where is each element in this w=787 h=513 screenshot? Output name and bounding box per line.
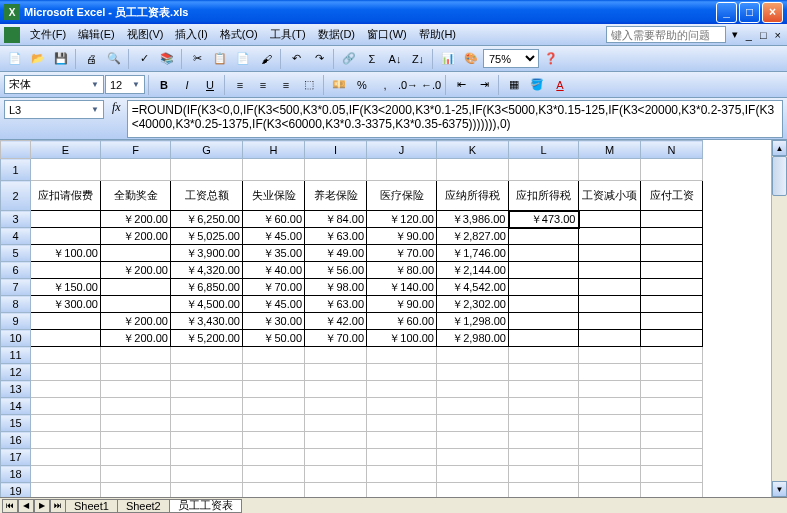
- col-header-G[interactable]: G: [171, 141, 243, 159]
- cell[interactable]: ￥45.00: [243, 296, 305, 313]
- cell[interactable]: [31, 483, 101, 498]
- cell[interactable]: [101, 364, 171, 381]
- save-icon[interactable]: 💾: [50, 48, 72, 70]
- row-header-5[interactable]: 5: [1, 245, 31, 262]
- paste-icon[interactable]: 📄: [232, 48, 254, 70]
- table-header-cell[interactable]: 应纳所得税: [437, 181, 509, 211]
- app-menu-icon[interactable]: [4, 27, 20, 43]
- doc-restore[interactable]: _: [744, 29, 754, 41]
- cell[interactable]: [101, 245, 171, 262]
- scroll-down-icon[interactable]: ▼: [772, 481, 787, 497]
- cell[interactable]: [509, 330, 579, 347]
- cell[interactable]: [437, 415, 509, 432]
- fx-icon[interactable]: fx: [112, 100, 121, 115]
- col-header-K[interactable]: K: [437, 141, 509, 159]
- cell[interactable]: ￥50.00: [243, 330, 305, 347]
- row-header-3[interactable]: 3: [1, 211, 31, 228]
- currency-icon[interactable]: 💴: [328, 74, 350, 96]
- cell[interactable]: [171, 398, 243, 415]
- cell[interactable]: [641, 313, 703, 330]
- cell[interactable]: [509, 381, 579, 398]
- doc-close[interactable]: ×: [773, 29, 783, 41]
- cell[interactable]: [641, 415, 703, 432]
- cell[interactable]: [243, 159, 305, 181]
- cell[interactable]: [579, 279, 641, 296]
- cell[interactable]: ￥42.00: [305, 313, 367, 330]
- col-header-F[interactable]: F: [101, 141, 171, 159]
- cell[interactable]: [171, 364, 243, 381]
- sheet-tab-active[interactable]: 员工工资表: [169, 499, 242, 513]
- cell[interactable]: [171, 381, 243, 398]
- cell[interactable]: [579, 296, 641, 313]
- cell[interactable]: [579, 381, 641, 398]
- cell[interactable]: ￥3,986.00: [437, 211, 509, 228]
- cell[interactable]: [243, 449, 305, 466]
- cell[interactable]: [305, 347, 367, 364]
- research-icon[interactable]: 📚: [156, 48, 178, 70]
- inc-indent-icon[interactable]: ⇥: [473, 74, 495, 96]
- cell[interactable]: [641, 381, 703, 398]
- cell[interactable]: ￥60.00: [243, 211, 305, 228]
- autosum-icon[interactable]: Σ: [361, 48, 383, 70]
- align-left-icon[interactable]: ≡: [229, 74, 251, 96]
- row-header-14[interactable]: 14: [1, 398, 31, 415]
- cell[interactable]: [579, 466, 641, 483]
- menu-insert[interactable]: 插入(I): [169, 25, 213, 44]
- row-header-13[interactable]: 13: [1, 381, 31, 398]
- cell[interactable]: [31, 228, 101, 245]
- open-icon[interactable]: 📂: [27, 48, 49, 70]
- cell[interactable]: [437, 449, 509, 466]
- bold-icon[interactable]: B: [153, 74, 175, 96]
- cell[interactable]: [31, 398, 101, 415]
- menu-tools[interactable]: 工具(T): [264, 25, 312, 44]
- col-header-E[interactable]: E: [31, 141, 101, 159]
- sort-asc-icon[interactable]: A↓: [384, 48, 406, 70]
- name-box[interactable]: L3▼: [4, 100, 104, 119]
- cell[interactable]: [437, 432, 509, 449]
- cell[interactable]: [641, 279, 703, 296]
- col-header-M[interactable]: M: [579, 141, 641, 159]
- cell[interactable]: [509, 245, 579, 262]
- undo-icon[interactable]: ↶: [285, 48, 307, 70]
- cell[interactable]: ￥4,500.00: [171, 296, 243, 313]
- cell[interactable]: [579, 449, 641, 466]
- zoom-combo[interactable]: 75%: [483, 49, 539, 68]
- cell[interactable]: [101, 398, 171, 415]
- cell[interactable]: ￥2,980.00: [437, 330, 509, 347]
- cell[interactable]: [101, 466, 171, 483]
- cell[interactable]: [305, 398, 367, 415]
- inc-decimal-icon[interactable]: .0→: [397, 74, 419, 96]
- cell[interactable]: [171, 159, 243, 181]
- cell[interactable]: [509, 398, 579, 415]
- maximize-button[interactable]: □: [739, 2, 760, 23]
- dec-decimal-icon[interactable]: ←.0: [420, 74, 442, 96]
- cell[interactable]: ￥90.00: [367, 296, 437, 313]
- table-header-cell[interactable]: 失业保险: [243, 181, 305, 211]
- table-header-cell[interactable]: 工资减小项: [579, 181, 641, 211]
- cell[interactable]: [305, 483, 367, 498]
- row-header-16[interactable]: 16: [1, 432, 31, 449]
- cell[interactable]: ￥200.00: [101, 313, 171, 330]
- row-header-10[interactable]: 10: [1, 330, 31, 347]
- comma-icon[interactable]: ,: [374, 74, 396, 96]
- cell[interactable]: ￥3,430.00: [171, 313, 243, 330]
- cell[interactable]: [579, 432, 641, 449]
- cell[interactable]: [509, 449, 579, 466]
- cell[interactable]: [367, 483, 437, 498]
- cell[interactable]: ￥2,827.00: [437, 228, 509, 245]
- scroll-thumb[interactable]: [772, 156, 787, 196]
- cell[interactable]: [31, 330, 101, 347]
- cell[interactable]: [437, 364, 509, 381]
- cell[interactable]: [579, 347, 641, 364]
- cell[interactable]: [101, 432, 171, 449]
- row-header-15[interactable]: 15: [1, 415, 31, 432]
- cell[interactable]: ￥4,542.00: [437, 279, 509, 296]
- cell[interactable]: [31, 347, 101, 364]
- chart-icon[interactable]: 📊: [437, 48, 459, 70]
- cell[interactable]: [31, 364, 101, 381]
- cell[interactable]: [305, 415, 367, 432]
- cell[interactable]: [509, 466, 579, 483]
- cell[interactable]: [171, 415, 243, 432]
- hyperlink-icon[interactable]: 🔗: [338, 48, 360, 70]
- cell[interactable]: ￥45.00: [243, 228, 305, 245]
